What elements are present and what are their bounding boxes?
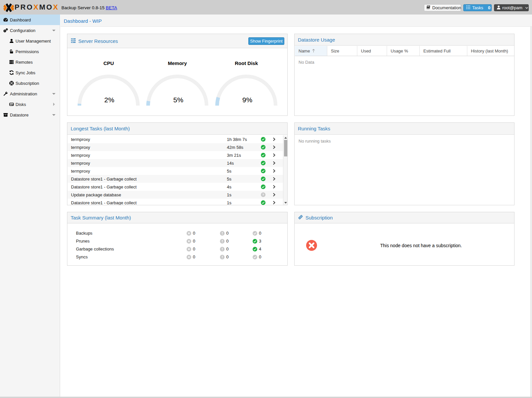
- svg-text:?: ?: [262, 193, 264, 196]
